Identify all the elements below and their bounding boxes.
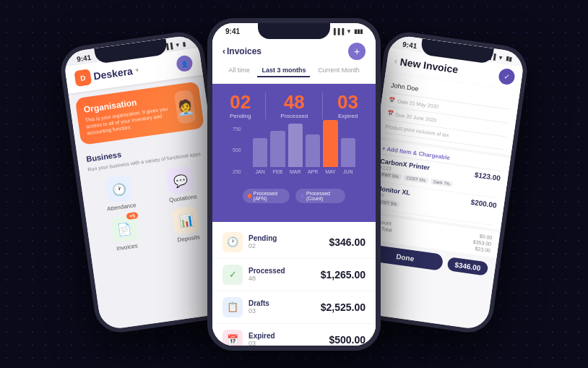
signal-icon: ▐▐▐ <box>332 28 344 35</box>
chart-area: 750 500 250 JAN FEB <box>222 127 366 213</box>
bar-apr: APR <box>306 134 320 174</box>
item-1-price: $123.00 <box>474 171 501 182</box>
invoice-row-processed[interactable]: ✓ Processed 48 $1,265.00 <box>212 259 376 291</box>
processed-count: 48 <box>248 275 285 282</box>
quotations-icon: 💬 <box>165 165 195 194</box>
processed-info: Processed 48 <box>248 267 285 282</box>
center-phone-screen: 9:41 ▐▐▐ ▼ ▮▮▮ ‹ Invoices + All time Las… <box>212 23 376 346</box>
invoices-icon: 📄 +5 <box>110 214 139 244</box>
processed-icon: ✓ <box>222 265 243 285</box>
battery-icon: ▮▮▮ <box>354 28 363 35</box>
expired-info: Expired 03 <box>248 332 275 346</box>
tab-all-time[interactable]: All time <box>224 64 254 77</box>
org-card[interactable]: Organisation This is your organization. … <box>75 81 204 145</box>
stat-divider-1 <box>265 93 266 119</box>
drafts-amount: $2,525.00 <box>321 301 366 313</box>
bar-feb: FEB <box>270 131 285 174</box>
y-label-750: 750 <box>233 127 241 132</box>
app-item-quotations[interactable]: 💬 Quotations <box>151 163 212 205</box>
tab-current-month[interactable]: Current Month <box>314 64 364 77</box>
filter-tabs: All time Last 3 months Current Month <box>212 64 376 84</box>
expired-count: 03 <box>248 340 275 346</box>
right-check-button[interactable]: ✓ <box>498 67 516 85</box>
app-label-invoices: Invoices <box>116 242 138 252</box>
invoices-badge: +5 <box>126 212 138 220</box>
drafts-info: Drafts 03 <box>248 299 269 314</box>
legend-label-count: Processed (Count) <box>306 191 340 201</box>
tab-last-3-months[interactable]: Last 3 months <box>257 64 310 77</box>
chart-legend: Processed (AFN) Processed (Count) <box>233 184 355 209</box>
org-card-text: Organisation This is your organization. … <box>83 92 178 137</box>
center-phone-notch <box>258 23 330 39</box>
stat-expired: 03 Expired <box>337 93 358 119</box>
expired-status: Expired <box>248 332 275 340</box>
item-2-price: $200.00 <box>470 197 497 209</box>
total-badge: $346.00 <box>446 257 488 276</box>
tax-value: $23.00 <box>475 246 490 253</box>
pending-count: 02 <box>248 242 277 249</box>
chevron-icon: ▾ <box>135 67 139 73</box>
invoices-page-title: Invoices <box>227 46 261 56</box>
stat-divider-2 <box>322 93 323 119</box>
pending-info: Pending 02 <box>248 234 277 249</box>
bar-may-fill <box>323 120 337 167</box>
drafts-icon: 📋 <box>222 297 243 317</box>
chart-y-axis: 750 500 250 <box>233 127 241 174</box>
expired-amount: $500.00 <box>329 334 366 346</box>
right-back-icon[interactable]: ‹ <box>394 56 398 66</box>
bar-jan-label: JAN <box>256 169 265 174</box>
right-time: 9:41 <box>402 40 418 50</box>
bar-jan: JAN <box>253 138 267 174</box>
drafts-status: Drafts <box>248 299 269 307</box>
stat-expired-value: 03 <box>337 93 358 111</box>
bar-may: MAY <box>323 120 337 174</box>
bar-apr-label: APR <box>308 169 318 174</box>
y-label-500: 500 <box>233 147 241 153</box>
invoice-list: 🕐 Pending 02 $346.00 ✓ Processed 48 <box>212 222 376 346</box>
right-items-section: + Add Item & Chargeable CarbonX Printer … <box>366 139 511 229</box>
invoice-row-pending[interactable]: 🕐 Pending 02 $346.00 <box>212 226 376 259</box>
pending-status: Pending <box>248 234 277 242</box>
bar-mar-fill <box>288 124 303 167</box>
stat-processed-label: Processed <box>280 113 308 119</box>
invoice-row-drafts-left: 📋 Drafts 03 <box>222 297 269 317</box>
stats-section: 02 Pending 48 Processed 03 Expired <box>212 84 376 222</box>
bar-mar-label: MAR <box>290 169 301 174</box>
center-header: ‹ Invoices + <box>212 37 376 64</box>
center-phone: 9:41 ▐▐▐ ▼ ▮▮▮ ‹ Invoices + All time Las… <box>207 18 381 351</box>
calendar-icon: 📅 <box>389 96 396 103</box>
wifi-icon: ▼ <box>497 54 503 61</box>
processed-amount: $1,265.00 <box>321 269 366 281</box>
wifi-icon: ▼ <box>174 41 181 48</box>
bar-feb-label: FEB <box>273 169 283 174</box>
stat-pending-label: Pending <box>230 113 251 119</box>
invoice-row-drafts[interactable]: 📋 Drafts 03 $2,525.00 <box>212 291 376 324</box>
legend-processed-afn: Processed (AFN) <box>243 189 290 203</box>
bar-may-label: MAY <box>325 169 336 174</box>
add-invoice-button[interactable]: + <box>348 43 366 60</box>
back-button[interactable]: ‹ Invoices <box>222 46 261 56</box>
invoice-row-expired[interactable]: 📅 Expired 03 $500.00 <box>212 324 376 346</box>
app-item-attendance[interactable]: 🕐 Attendance <box>90 172 150 214</box>
stat-processed: 48 Processed <box>280 93 308 119</box>
drafts-count: 03 <box>248 307 269 314</box>
bar-apr-fill <box>306 134 320 167</box>
deposits-icon: 📊 <box>171 205 201 235</box>
avatar[interactable]: 👤 <box>176 54 194 72</box>
bar-jun: JUN <box>341 138 355 174</box>
app-item-invoices[interactable]: 📄 +5 Invoices <box>95 212 155 254</box>
bar-jun-fill <box>341 138 355 167</box>
processed-status: Processed <box>248 267 285 275</box>
pending-icon: 🕐 <box>222 232 243 252</box>
attendance-icon: 🕐 <box>104 174 134 203</box>
app-name: Deskera <box>93 65 134 82</box>
legend-label-afn: Processed (AFN) <box>254 191 285 201</box>
legend-dot-afn <box>248 194 251 198</box>
app-label-deposits: Deposits <box>177 234 200 243</box>
stat-pending: 02 Pending <box>230 93 251 119</box>
battery-icon: ▮ <box>182 40 186 47</box>
bar-feb-fill <box>270 131 285 167</box>
wifi-icon: ▼ <box>346 28 352 35</box>
phones-container: 9:41 ▐▐▐ ▼ ▮ D Deskera ▾ 👤 Organisation <box>63 18 525 351</box>
invoice-row-pending-left: 🕐 Pending 02 <box>222 232 277 252</box>
